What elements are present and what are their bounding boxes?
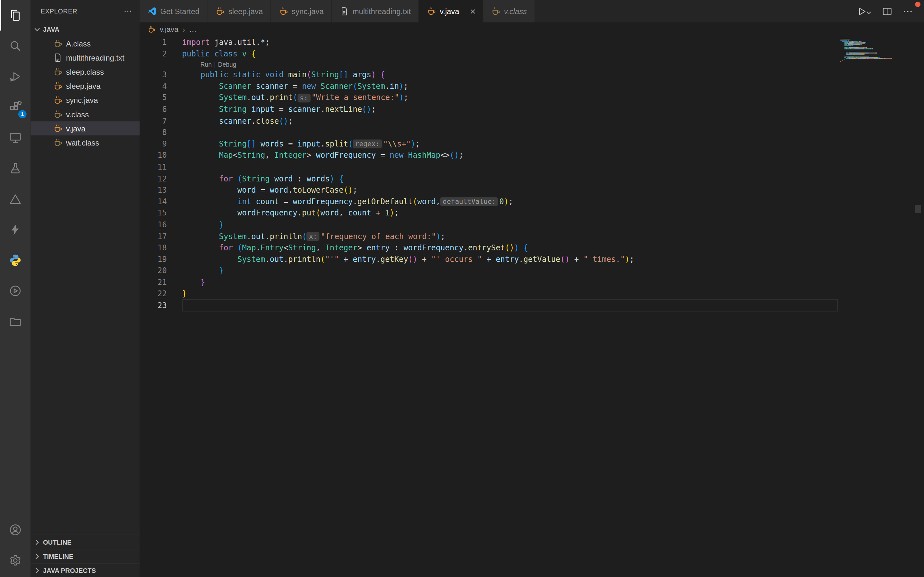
line-text[interactable]: } [167,277,205,288]
file-item-sync-java[interactable]: sync.java [31,93,140,107]
file-label: sleep.class [66,67,104,76]
tab-label: Get Started [160,7,200,16]
activity-project-manager[interactable] [0,306,31,337]
line-text[interactable]: import java.util.*; [167,37,270,48]
activity-code-runner[interactable] [0,276,31,306]
line-text[interactable]: Map<String, Integer> wordFrequency = new… [167,150,464,161]
code-line-14: 14 int count = wordFrequency.getOrDefaul… [140,196,924,207]
chevron-down-icon [32,25,42,34]
more-icon [902,5,913,17]
line-text[interactable]: Scanner scanner = new Scanner(System.in)… [167,81,408,92]
line-text[interactable] [167,161,182,173]
line-text[interactable]: String[] words = input.split(regex:"\\s+… [167,138,420,150]
line-text[interactable]: } [167,288,187,300]
editor-action-split-editor[interactable] [882,5,893,17]
line-number: 10 [140,150,166,161]
line-number: 2 [140,48,166,60]
lightning-extension-icon [8,222,23,237]
tab-multithreading-txt[interactable]: multithreading.txt [332,0,419,23]
breadcrumb-file[interactable]: v.java [160,25,178,34]
notification-dot [915,2,921,7]
tab-v-class[interactable]: v.class [483,0,535,23]
line-number: 13 [140,184,166,196]
activity-testing[interactable] [0,153,31,184]
sidebar-bottom-sections: OUTLINETIMELINEJAVA PROJECTS [31,535,140,577]
codelens: Run|Debug [140,60,924,69]
code-line-23: 23 [140,300,924,311]
chevron-down-icon [867,7,872,16]
activity-extensions[interactable]: 1 [0,92,31,123]
activity-run-debug[interactable] [0,61,31,92]
more-actions-icon[interactable] [123,6,132,16]
java-file-icon [147,25,156,34]
codelens-run[interactable]: Run [200,61,212,68]
breadcrumb-more[interactable]: … [189,25,197,34]
code-line-5: 5 System.out.print(s:"Write a sentence:"… [140,92,924,103]
code-editor[interactable]: 1import java.util.*;2public class v {Run… [140,37,924,577]
line-text[interactable]: int count = wordFrequency.getOrDefault(w… [167,196,513,207]
activity-python-extension[interactable] [0,245,31,276]
line-text[interactable]: System.out.print(s:"Write a sentence:"); [167,92,409,103]
editor-action-run[interactable] [856,5,872,17]
file-item-sleep-java[interactable]: sleep.java [31,79,140,93]
tab-v-java[interactable]: v.java [419,0,483,23]
activity-search[interactable] [0,31,31,61]
line-text[interactable]: word = word.toLowerCase(); [167,184,357,196]
file-item-multithreading-txt[interactable]: multithreading.txt [31,51,140,65]
file-item-sleep-class[interactable]: sleep.class [31,65,140,79]
activity-account[interactable] [0,514,31,545]
line-text[interactable] [167,300,182,311]
sidebar-section-outline[interactable]: OUTLINE [31,535,140,549]
tab-get-started[interactable]: Get Started [140,0,208,23]
sidebar-section-java-projects[interactable]: JAVA PROJECTS [31,563,140,577]
close-icon[interactable] [467,6,478,16]
tabs: Get Startedsleep.javasync.javamultithrea… [140,0,535,23]
line-text[interactable]: for (String word : words) { [167,173,344,184]
tab-sleep-java[interactable]: sleep.java [208,0,271,23]
account-icon [8,523,23,537]
file-label: v.java [66,124,86,133]
folder-root-java[interactable]: JAVA [31,23,140,37]
tab-label: multithreading.txt [352,7,411,16]
file-item-a-class[interactable]: A.class [31,37,140,51]
line-text[interactable]: System.out.println("'" + entry.getKey() … [167,253,634,265]
sidebar-title: EXPLORER [41,8,78,15]
line-text[interactable]: } [167,219,224,230]
tab-sync-java[interactable]: sync.java [271,0,332,23]
codelens-debug[interactable]: Debug [218,61,236,68]
line-text[interactable]: System.out.println(x:"frequency of each … [167,230,445,242]
breadcrumb-separator: › [183,25,185,34]
line-number: 9 [140,138,166,150]
line-text[interactable]: scanner.close(); [167,115,293,127]
line-text[interactable]: wordFrequency.put(word, count + 1); [167,207,399,219]
editor-action-more[interactable] [902,5,913,17]
activity-lightning-extension[interactable] [0,214,31,245]
file-label: A.class [66,39,91,48]
extensions-badge: 1 [18,110,27,118]
activity-remote-explorer[interactable] [0,122,31,153]
code-line-18: 18 for (Map.Entry<String, Integer> entry… [140,242,924,253]
line-text[interactable]: public class v { [167,48,256,60]
line-number: 19 [140,253,166,265]
file-item-wait-class[interactable]: wait.class [31,135,140,149]
line-text[interactable]: String input = scanner.nextLine(); [167,103,376,115]
line-number: 5 [140,92,166,103]
project-manager-icon [8,314,23,329]
line-text[interactable]: for (Map.Entry<String, Integer> entry : … [167,242,528,253]
file-item-v-class[interactable]: v.class [31,107,140,121]
file-item-v-java[interactable]: v.java [31,121,140,135]
line-number: 15 [140,207,166,219]
root-folder-label: JAVA [43,26,59,33]
class-file-icon [53,67,62,76]
txt-file-icon [339,6,349,16]
activity-settings[interactable] [0,545,31,576]
line-text[interactable]: } [167,265,224,277]
activity-explorer[interactable] [0,0,31,31]
explorer-icon [8,8,23,23]
line-text[interactable] [167,127,182,138]
line-text[interactable]: public static void main(String[] args) { [167,69,385,81]
minimap[interactable] [840,39,911,63]
class-file-icon [53,138,62,147]
activity-triangle-extension[interactable] [0,184,31,214]
sidebar-section-timeline[interactable]: TIMELINE [31,549,140,563]
